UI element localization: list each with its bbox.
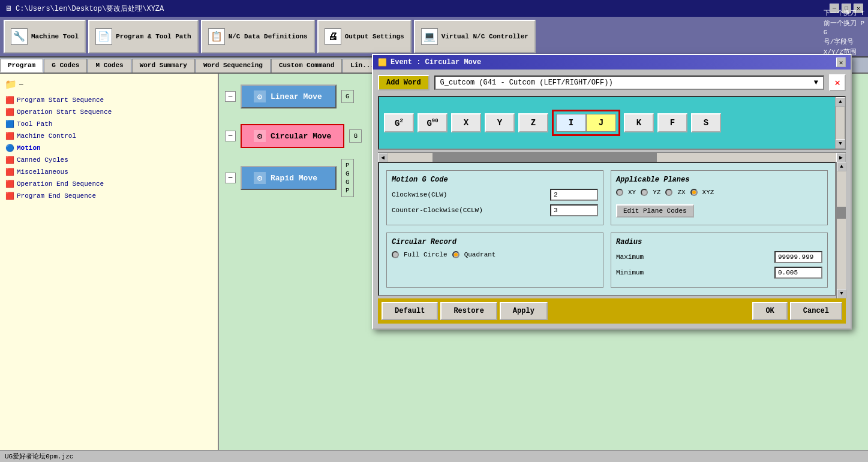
circular-move-icon: ⚙	[254, 130, 266, 142]
tree-item-program-start[interactable]: 🟥 Program Start Sequence	[5, 94, 213, 106]
tab-custom-command[interactable]: Custom Command	[271, 59, 342, 73]
tab-gcodes[interactable]: G Codes	[44, 59, 87, 73]
radio-xyz[interactable]	[690, 189, 698, 196]
tab-word-summary[interactable]: Word Summary	[132, 59, 195, 73]
clockwise-label: Clockwise(CLW)	[392, 191, 545, 198]
clockwise-row: Clockwise(CLW)	[392, 189, 598, 201]
program-tool-path-button[interactable]: 📄 Program & Tool Path	[88, 20, 198, 53]
field-num-label: G	[824, 29, 864, 36]
tree-item-misc[interactable]: 🟥 Miscellaneous	[5, 166, 213, 178]
add-word-button[interactable]: Add Word	[378, 75, 430, 90]
word-cell-i[interactable]: I	[556, 114, 586, 132]
tree-item-motion[interactable]: 🔵 Motion	[5, 142, 213, 154]
tree-label-canned: Canned Cycles	[17, 156, 68, 164]
ccw-input[interactable]	[550, 204, 598, 216]
word-vscroll[interactable]: ▲ ▼	[835, 97, 845, 149]
applicable-planes-group: Applicable Planes XY YZ ZX XYZ	[611, 170, 828, 225]
vscroll-down-arrow[interactable]: ▼	[836, 139, 845, 149]
hscroll-left-arrow[interactable]: ◀	[378, 153, 388, 162]
word-cell-f[interactable]: F	[657, 113, 687, 132]
circular-move-node[interactable]: ⚙ Circular Move	[241, 124, 344, 148]
ok-button[interactable]: OK	[752, 302, 787, 320]
tree-item-tool-path[interactable]: 🟦 Tool Path	[5, 118, 213, 130]
tab-word-sequencing[interactable]: Word Sequencing	[196, 59, 271, 73]
program-tool-path-icon: 📄	[95, 28, 112, 45]
delete-button[interactable]: ✕	[829, 74, 846, 91]
word-cell-g2[interactable]: G2	[384, 113, 414, 133]
dropdown-box[interactable]: G_cutcom (G41 - Cutcom (LEFT/RIGHT/OFF))…	[434, 76, 824, 90]
rapid-move-node[interactable]: ⚙ Rapid Move	[241, 166, 337, 190]
tree-icon-tool-path: 🟦	[5, 119, 14, 129]
word-cell-k[interactable]: K	[624, 113, 654, 132]
word-cell-y[interactable]: Y	[485, 113, 515, 132]
edit-plane-codes-button[interactable]: Edit Plane Codes	[616, 204, 694, 218]
output-settings-label: Output Settings	[345, 33, 404, 40]
radius-max-input[interactable]	[774, 251, 822, 263]
props-vscroll-up[interactable]: ▲	[837, 162, 846, 171]
tree-label-op-end: Operation End Sequence	[17, 180, 104, 188]
expand-circular[interactable]: ─	[225, 131, 236, 141]
radius-min-row: Minimum	[616, 267, 822, 279]
ccw-row: Counter-Clockwise(CCLW)	[392, 204, 598, 216]
props-vscroll[interactable]: ▲ ▼	[836, 162, 846, 298]
next-tool-btn[interactable]: 下一个换刀 T	[824, 8, 864, 17]
machine-tool-button[interactable]: 🔧 Machine Tool	[4, 20, 86, 53]
tree-root-icon: 📁	[5, 78, 17, 90]
clockwise-input[interactable]	[550, 189, 598, 201]
dialog-icon: 🟨	[378, 58, 387, 67]
tree-item-op-end[interactable]: 🟥 Operation End Sequence	[5, 178, 213, 190]
word-cell-z[interactable]: Z	[518, 113, 548, 132]
tree-icon-prog-end: 🟥	[5, 191, 14, 201]
tree-item-machine-control[interactable]: 🟥 Machine Control	[5, 130, 213, 142]
vscroll-up-arrow[interactable]: ▲	[836, 97, 845, 107]
motion-g-code-title: Motion G Code	[392, 176, 598, 184]
right-btn-group: OK Cancel	[752, 302, 842, 320]
word-hscroll[interactable]: ◀ ▶	[378, 152, 846, 162]
apply-button[interactable]: Apply	[500, 302, 548, 320]
radio-full-circle[interactable]	[392, 251, 399, 258]
props-vscroll-down[interactable]: ▼	[837, 289, 846, 298]
linear-move-side: G	[341, 90, 354, 103]
nc-data-button[interactable]: 📋 N/C Data Definitions	[201, 20, 315, 53]
word-cell-x[interactable]: X	[451, 113, 481, 132]
tree-label-program-start: Program Start Sequence	[17, 96, 104, 104]
word-cell-s[interactable]: S	[691, 113, 721, 132]
linear-move-node[interactable]: ⚙ Linear Move	[241, 84, 337, 108]
default-button[interactable]: Default	[382, 302, 438, 320]
tab-program[interactable]: Program	[0, 59, 43, 73]
tree-icon-machine-control: 🟥	[5, 131, 14, 141]
radio-yz[interactable]	[641, 189, 648, 196]
radius-min-input[interactable]	[774, 267, 822, 279]
title-bar: 🖥 C:\Users\len\Desktop\要改后处理\XYZA ─ □ ✕	[0, 0, 868, 17]
quadrant-label: Quadrant	[464, 251, 496, 258]
virtual-nc-button[interactable]: 💻 Virtual N/C Controller	[414, 20, 536, 53]
program-tool-path-label: Program & Tool Path	[116, 33, 191, 40]
radio-xy[interactable]	[616, 189, 623, 196]
word-cell-j[interactable]: J	[586, 114, 616, 132]
plane-xy-label: XY	[628, 189, 636, 196]
word-cell-g90[interactable]: G90	[418, 113, 447, 133]
prev-tool-btn[interactable]: 前一个换刀 P	[824, 19, 864, 28]
tree-item-prog-end[interactable]: 🟥 Program End Sequence	[5, 190, 213, 202]
tab-mcodes[interactable]: M Codes	[88, 59, 131, 73]
cancel-button[interactable]: Cancel	[790, 302, 842, 320]
restore-button[interactable]: Restore	[440, 302, 497, 320]
radius-max-label: Maximum	[616, 253, 770, 261]
output-settings-button[interactable]: 🖨 Output Settings	[317, 20, 412, 53]
virtual-nc-icon: 💻	[421, 28, 438, 45]
motion-g-code-group: Motion G Code Clockwise(CLW) Counter-Clo…	[386, 170, 603, 225]
radio-zx[interactable]	[665, 189, 672, 196]
radio-quadrant[interactable]	[452, 251, 459, 258]
linear-move-label: Linear Move	[271, 92, 322, 101]
expand-rapid[interactable]: ─	[225, 173, 236, 183]
left-tree: 📁 ─ 🟥 Program Start Sequence 🟥 Operation…	[0, 74, 219, 460]
circular-move-side: G	[349, 129, 362, 143]
tree-expand-icon[interactable]: ─	[19, 81, 23, 88]
tree-item-canned[interactable]: 🟥 Canned Cycles	[5, 154, 213, 166]
hscroll-right-arrow[interactable]: ▶	[836, 153, 846, 162]
dialog-close-button[interactable]: ✕	[836, 58, 846, 67]
nc-data-label: N/C Data Definitions	[229, 33, 308, 40]
tree-item-operation-start[interactable]: 🟥 Operation Start Sequence	[5, 106, 213, 118]
virtual-nc-label: Virtual N/C Controller	[441, 33, 528, 40]
expand-linear[interactable]: ─	[225, 91, 236, 102]
